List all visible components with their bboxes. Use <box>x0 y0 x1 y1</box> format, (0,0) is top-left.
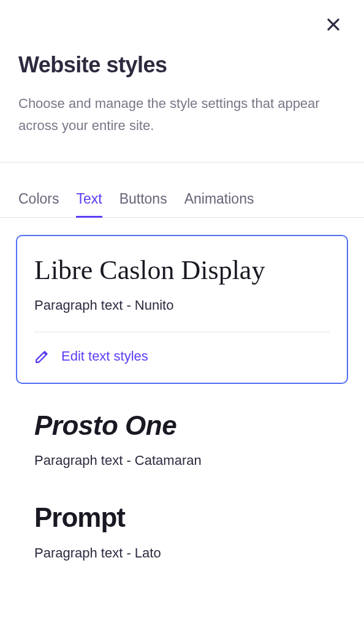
panel-header: Website styles Choose and manage the sty… <box>0 0 364 162</box>
page-title: Website styles <box>18 52 346 78</box>
paragraph-font-label: Paragraph text - Nunito <box>34 297 330 313</box>
tab-animations[interactable]: Animations <box>184 191 254 218</box>
tab-colors[interactable]: Colors <box>18 191 59 218</box>
display-font-name: Prompt <box>34 503 330 532</box>
text-style-card-libre-caslon[interactable]: Libre Caslon Display Paragraph text - Nu… <box>16 235 348 384</box>
website-styles-panel: Website styles Choose and manage the sty… <box>0 0 364 628</box>
close-button[interactable] <box>322 13 344 36</box>
display-font-name: Libre Caslon Display <box>34 256 330 285</box>
text-style-card-prosto-one[interactable]: Prosto One Paragraph text - Catamaran <box>16 399 348 476</box>
text-style-card-prompt[interactable]: Prompt Paragraph text - Lato <box>16 491 348 568</box>
pencil-icon <box>34 348 50 364</box>
page-subtitle: Choose and manage the style settings tha… <box>18 93 346 137</box>
edit-text-styles-label: Edit text styles <box>61 348 148 364</box>
style-tabs: Colors Text Buttons Animations <box>0 163 364 218</box>
close-icon <box>325 16 342 33</box>
edit-text-styles-button[interactable]: Edit text styles <box>34 346 148 367</box>
display-font-name: Prosto One <box>34 411 330 440</box>
text-style-list: Libre Caslon Display Paragraph text - Nu… <box>0 218 364 569</box>
tab-buttons[interactable]: Buttons <box>119 191 167 218</box>
paragraph-font-label: Paragraph text - Catamaran <box>34 453 330 469</box>
paragraph-font-label: Paragraph text - Lato <box>34 545 330 561</box>
tab-text[interactable]: Text <box>76 191 102 218</box>
card-divider <box>34 332 330 332</box>
